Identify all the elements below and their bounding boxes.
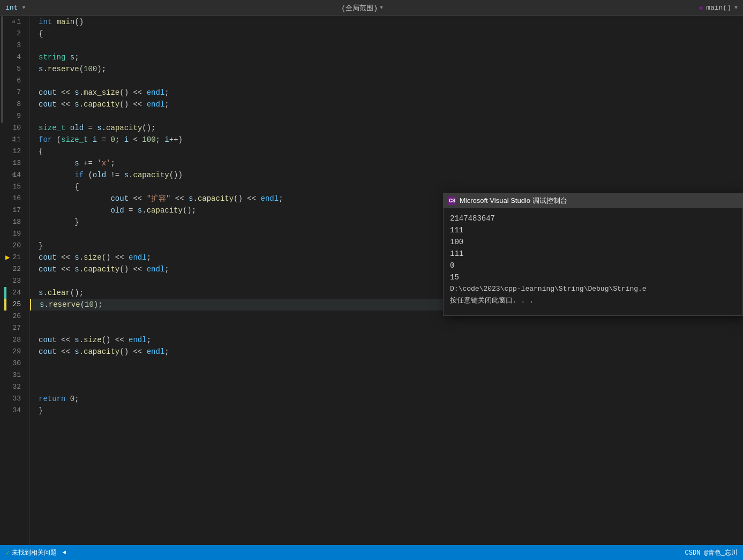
line-number: 19	[12, 228, 21, 240]
token-punct: ()	[119, 263, 129, 275]
token-var: cout	[39, 334, 57, 346]
token-punct: .	[129, 169, 133, 181]
issues-status[interactable]: ✓ 未找到相关问题	[5, 548, 57, 557]
token-punct: ;	[164, 99, 169, 110]
gutter-line-22: 22	[4, 263, 25, 275]
collapse-arrow-icon[interactable]: ⊟	[12, 169, 15, 181]
token-fn: size	[84, 334, 102, 346]
token-var: s	[70, 51, 74, 63]
token-punct: .	[79, 334, 84, 346]
code-line-6	[30, 75, 743, 87]
status-left: ✓ 未找到相关问题 ◄	[5, 548, 66, 557]
line-number: 34	[12, 405, 21, 417]
code-line-29: cout << s.capacity() << endl;	[30, 346, 743, 358]
token-punct: ;	[147, 334, 151, 346]
code-line-13: s += 'x';	[30, 157, 743, 169]
scroll-indicator[interactable]	[0, 16, 4, 545]
token-punct: .	[79, 87, 84, 99]
token-op	[65, 393, 70, 405]
scroll-thumb[interactable]	[1, 16, 3, 123]
token-punct: ;	[110, 157, 115, 169]
yellow-bar-indicator	[4, 299, 6, 311]
gutter-line-6: 6	[4, 75, 25, 87]
token-var: cout	[39, 263, 57, 275]
token-fn: size	[84, 252, 102, 263]
token-var: cout	[110, 193, 129, 205]
token-punct: }	[74, 216, 79, 228]
collapse-arrow-icon[interactable]: ⊟	[12, 16, 15, 28]
token-char-lit: 'x'	[97, 157, 110, 169]
code-line-32	[30, 381, 743, 393]
line-number: 24	[12, 287, 21, 299]
code-line-4: string s;	[30, 51, 743, 63]
token-punct: ()	[102, 252, 111, 263]
token-op	[65, 51, 70, 63]
token-op: <<	[129, 263, 147, 275]
green-bar-indicator	[4, 287, 6, 299]
token-punct: .	[79, 346, 84, 358]
check-icon: ✓	[5, 548, 10, 557]
code-line-9	[30, 110, 743, 122]
token-var: s	[39, 63, 43, 75]
gutter-line-20: 20	[4, 240, 25, 252]
scope-label: (全局范围)	[341, 3, 378, 13]
code-line-10: size_t old = s.capacity();	[30, 122, 743, 134]
token-punct: ()	[119, 99, 129, 110]
token-fn: capacity	[106, 122, 142, 134]
token-punct: .	[43, 287, 47, 299]
gutter-line-5: 5	[4, 63, 25, 75]
code-line-30	[30, 358, 743, 369]
token-kw: for	[39, 134, 52, 146]
token-op: (	[84, 169, 93, 181]
line-number: 9	[17, 110, 21, 122]
gutter-line-26: 26	[4, 311, 25, 322]
token-op: <<	[243, 193, 261, 205]
gutter-line-16: 16	[4, 193, 25, 205]
function-dropdown[interactable]: ▼	[734, 5, 738, 11]
token-op	[65, 122, 70, 134]
token-op: <<	[129, 87, 147, 99]
gutter-line-23: 23	[4, 275, 25, 287]
token-op: <	[129, 134, 142, 146]
console-output-line: 100	[450, 236, 736, 248]
line-number: 17	[12, 205, 21, 216]
token-op: ;	[156, 134, 165, 146]
token-punct: ;	[74, 393, 79, 405]
token-punct: }	[39, 240, 43, 252]
token-var: s	[138, 205, 142, 216]
token-var: i	[124, 134, 129, 146]
token-punct: .	[102, 122, 106, 134]
token-type: size_t	[61, 134, 88, 146]
collapse-arrow-icon[interactable]: ⊟	[12, 134, 15, 146]
line-number: 8	[17, 99, 21, 110]
scroll-arrow-left[interactable]: ◄	[62, 549, 66, 556]
token-fn: capacity	[133, 169, 169, 181]
token-punct: {	[74, 181, 79, 193]
token-op: ++)	[169, 134, 183, 146]
code-line-31	[30, 369, 743, 381]
scope-center-dropdown[interactable]: ▼	[380, 5, 383, 11]
gutter-line-11: ⊟11	[4, 134, 25, 146]
token-kw: int	[39, 16, 52, 28]
token-endl-kw: endl	[147, 346, 165, 358]
token-punct: ()	[74, 16, 84, 28]
token-fn: capacity	[84, 263, 119, 275]
gutter-line-2: 2	[4, 28, 25, 40]
token-var: cout	[39, 87, 57, 99]
line-number: 29	[12, 346, 21, 358]
scope-dropdown[interactable]: ▼	[22, 5, 25, 11]
gutter-line-7: 7	[4, 87, 25, 99]
token-var: cout	[39, 252, 57, 263]
line-number: 5	[17, 63, 21, 75]
line-number: 26	[12, 311, 21, 322]
top-bar: int ▼ (全局范围) ▼ ▣ main() ▼	[0, 0, 743, 16]
token-var: s	[74, 99, 79, 110]
token-var: s	[40, 299, 44, 311]
gutter-line-15: 15	[4, 181, 25, 193]
function-label: main()	[706, 4, 731, 12]
indent-space	[39, 205, 110, 216]
token-punct: );	[94, 299, 103, 311]
token-num: 100	[142, 134, 155, 146]
token-op: <<	[57, 263, 75, 275]
code-line-2: {	[30, 28, 743, 40]
